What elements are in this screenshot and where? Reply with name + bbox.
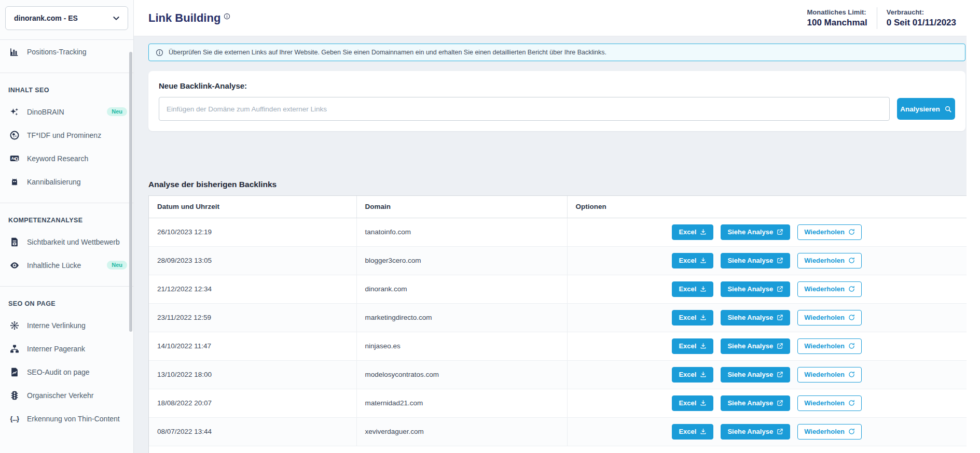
external-link-icon xyxy=(777,314,783,321)
sidebar-item-label: Organischer Verkehr xyxy=(27,391,127,400)
sidebar-item-thin-content[interactable]: {...} Erkennung von Thin-Content xyxy=(0,407,133,430)
external-link-icon xyxy=(777,400,783,406)
info-icon[interactable] xyxy=(224,12,230,22)
refresh-icon xyxy=(848,400,855,406)
sidebar-item-sichtbarkeit[interactable]: Sichtbarkeit und Wettbewerb xyxy=(0,230,133,253)
sidebar-item-positions-tracking[interactable]: Positions-Tracking xyxy=(0,40,133,63)
cell-datetime: 21/12/2022 12:34 xyxy=(149,275,356,303)
sidebar-item-label: Sichtbarkeit und Wettbewerb xyxy=(27,238,127,246)
cell-domain: xeviverdaguer.com xyxy=(356,417,567,446)
main-area: Link Building Monatliches Limit: 100 Man… xyxy=(134,0,967,453)
sidebar-item-label: Interner Pagerank xyxy=(27,345,127,353)
repeat-button[interactable]: Wiederholen xyxy=(797,310,862,325)
column-header-options: Optionen xyxy=(567,196,967,218)
view-analysis-button[interactable]: Siehe Analyse xyxy=(721,424,790,440)
cell-domain: ninjaseo.es xyxy=(356,332,567,360)
sidebar-item-interner-pagerank[interactable]: Interner Pagerank xyxy=(0,337,133,360)
domain-selector[interactable]: dinorank.com - ES xyxy=(5,6,128,30)
external-link-icon xyxy=(777,257,783,264)
cell-domain: blogger3cero.com xyxy=(356,246,567,275)
excel-button[interactable]: Excel xyxy=(672,338,713,354)
download-icon xyxy=(700,400,707,406)
chevron-down-icon xyxy=(112,14,120,22)
refresh-icon xyxy=(848,229,855,235)
table-heading: Analyse der bisherigen Backlinks xyxy=(148,180,965,189)
view-analysis-button[interactable]: Siehe Analyse xyxy=(721,367,790,383)
repeat-button[interactable]: Wiederholen xyxy=(797,281,862,297)
excel-button[interactable]: Excel xyxy=(672,424,713,440)
table-row: 26/10/2023 12:19 tanatoinfo.com Excel Si… xyxy=(149,218,967,246)
sidebar-item-organischer-verkehr[interactable]: Organischer Verkehr xyxy=(0,384,133,407)
table-row: 23/11/2022 12:59 marketingdirecto.com Ex… xyxy=(149,303,967,332)
download-icon xyxy=(700,257,707,264)
consumed-label: Verbraucht: xyxy=(887,8,956,16)
page-title: Link Building xyxy=(148,11,220,25)
refresh-icon xyxy=(848,257,855,264)
cell-options: Excel Siehe Analyse Wiederholen xyxy=(567,332,967,360)
table-header-row: Datum und Uhrzeit Domain Optionen xyxy=(149,196,967,218)
document-chart-icon xyxy=(8,366,21,378)
sidebar-item-interne-verlinkung[interactable]: Interne Verlinkung xyxy=(0,314,133,337)
sidebar-item-keyword-research[interactable]: Aa Keyword Research xyxy=(0,147,133,170)
document-eye-icon xyxy=(8,236,21,248)
view-analysis-button[interactable]: Siehe Analyse xyxy=(721,395,790,411)
sparkles-icon xyxy=(8,106,21,118)
view-analysis-button[interactable]: Siehe Analyse xyxy=(721,281,790,297)
cell-options: Excel Siehe Analyse Wiederholen xyxy=(567,218,967,246)
sidebar-item-kannibalisierung[interactable]: Kannibalisierung xyxy=(0,170,133,193)
repeat-button[interactable]: Wiederholen xyxy=(797,424,862,440)
analyze-button[interactable]: Analysieren xyxy=(897,98,955,120)
view-analysis-button[interactable]: Siehe Analyse xyxy=(721,253,790,268)
excel-button[interactable]: Excel xyxy=(672,253,713,268)
sidebar-item-tfidf[interactable]: TF*IDF und Prominenz xyxy=(0,123,133,147)
sidebar-item-seo-audit[interactable]: SEO-Audit on page xyxy=(0,360,133,384)
download-icon xyxy=(700,314,707,321)
download-icon xyxy=(700,286,707,292)
sidebar: dinorank.com - ES Positions-Tracking INH… xyxy=(0,0,134,453)
repeat-button[interactable]: Wiederholen xyxy=(797,395,862,411)
page-content: Überprüfen Sie die externen Links auf Ih… xyxy=(134,36,967,453)
backlinks-table: Datum und Uhrzeit Domain Optionen 26/10/… xyxy=(148,195,967,453)
external-link-icon xyxy=(777,343,783,349)
external-link-icon xyxy=(777,371,783,378)
page-scrollbar-track[interactable] xyxy=(967,0,980,453)
sidebar-scrollbar[interactable] xyxy=(129,52,132,332)
excel-button[interactable]: Excel xyxy=(672,367,713,383)
sidebar-section-header: INHALT SEO xyxy=(0,87,133,94)
cell-datetime: 08/07/2022 13:44 xyxy=(149,417,356,446)
sidebar-item-label: Erkennung von Thin-Content xyxy=(27,415,127,423)
repeat-button[interactable]: Wiederholen xyxy=(797,224,862,240)
download-icon xyxy=(700,371,707,378)
repeat-button[interactable]: Wiederholen xyxy=(797,253,862,268)
repeat-button[interactable]: Wiederholen xyxy=(797,367,862,383)
sidebar-item-dinobrain[interactable]: DinoBRAIN Neu xyxy=(0,100,133,123)
sidebar-item-label: Inhaltliche Lücke xyxy=(27,261,107,270)
sidebar-item-label: Positions-Tracking xyxy=(27,48,127,56)
excel-button[interactable]: Excel xyxy=(672,224,713,240)
external-link-icon xyxy=(777,229,783,235)
braces-icon: {...} xyxy=(8,413,21,425)
cell-datetime: 23/11/2022 12:59 xyxy=(149,303,356,332)
refresh-icon xyxy=(848,428,855,435)
table-row: 21/12/2022 12:34 dinorank.com Excel Sieh… xyxy=(149,275,967,303)
domain-input[interactable] xyxy=(159,97,890,121)
monthly-limit-label: Monatliches Limit: xyxy=(807,8,867,16)
refresh-icon xyxy=(848,343,855,349)
download-icon xyxy=(700,428,707,435)
sidebar-item-inhaltliche-luecke[interactable]: Inhaltliche Lücke Neu xyxy=(0,253,133,277)
info-banner-text: Überprüfen Sie die externen Links auf Ih… xyxy=(169,49,606,56)
excel-button[interactable]: Excel xyxy=(672,395,713,411)
page-header: Link Building Monatliches Limit: 100 Man… xyxy=(134,0,967,36)
view-analysis-button[interactable]: Siehe Analyse xyxy=(721,224,790,240)
refresh-icon xyxy=(848,286,855,292)
excel-button[interactable]: Excel xyxy=(672,310,713,325)
consumed-value: 0 Seit 01/11/2023 xyxy=(887,18,956,28)
refresh-icon xyxy=(848,371,855,378)
view-analysis-button[interactable]: Siehe Analyse xyxy=(721,338,790,354)
new-badge: Neu xyxy=(107,261,127,270)
table-row: 08/07/2022 13:44 xeviverdaguer.com Excel… xyxy=(149,417,967,446)
download-icon xyxy=(700,343,707,349)
excel-button[interactable]: Excel xyxy=(672,281,713,297)
repeat-button[interactable]: Wiederholen xyxy=(797,338,862,354)
view-analysis-button[interactable]: Siehe Analyse xyxy=(721,310,790,325)
